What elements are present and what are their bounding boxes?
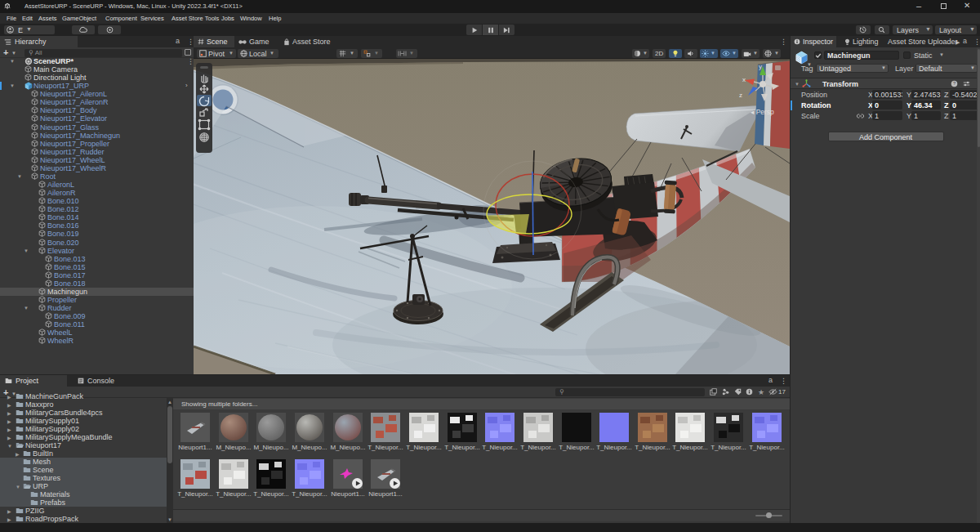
svg-text:◂ Persp: ◂ Persp xyxy=(751,108,774,116)
svg-text:x: x xyxy=(742,76,746,83)
svg-text:y: y xyxy=(759,63,762,70)
svg-text:z: z xyxy=(739,92,742,99)
svg-text:?: ? xyxy=(953,81,956,86)
